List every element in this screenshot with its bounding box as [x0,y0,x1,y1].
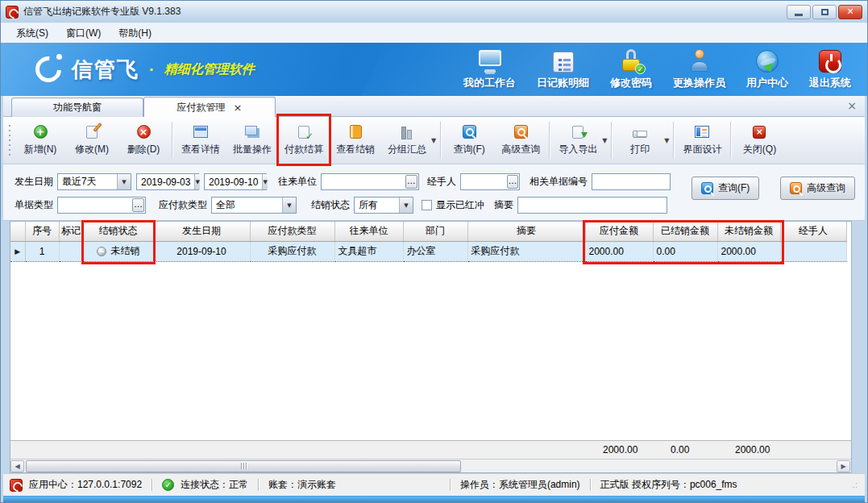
toolbar: + 新增(N) 修改(M) × 删除(D) 查看详情 批量操作 [3,117,865,164]
scroll-left-icon[interactable]: ◀ [10,460,24,472]
switch-operator-button[interactable]: 更换操作员 [673,48,725,90]
advanced-query-button[interactable]: 高级查询 [495,119,546,161]
statusbar-divider [258,479,259,491]
batch-operations-button[interactable]: 批量操作 [226,119,278,161]
search-blue-icon [701,182,713,194]
scrollbar-thumb[interactable] [26,460,461,472]
chevron-down-icon[interactable]: ▼ [194,174,199,189]
add-button[interactable]: + 新增(N) [15,119,66,161]
ellipsis-icon[interactable]: … [132,198,144,212]
menu-bar: 系统(S) 窗口(W) 帮助(H) [1,23,867,43]
monitor-icon [478,48,502,73]
ui-design-button[interactable]: 界面设计 [676,119,728,161]
chevron-down-icon[interactable]: ▼ [399,197,413,213]
workbench-button[interactable]: 我的工作台 [463,48,516,90]
total-settled: 0.00 [653,441,717,459]
journal-detail-button[interactable]: 日记账明细 [537,52,589,90]
col-handler[interactable]: 经手人 [780,222,846,241]
summary-label: 摘要 [494,198,513,212]
import-export-icon [570,125,586,139]
advanced-query-submit-button[interactable]: 高级查询 [780,177,855,200]
tabstrip-close-icon[interactable]: × [847,99,857,112]
unit-input[interactable]: … [321,173,419,190]
tab-function-nav[interactable]: 功能导航窗 [11,98,143,117]
ledger-icon [553,52,574,73]
close-red-icon: × [751,125,767,139]
date-preset-select[interactable]: 最近7天 ▼ [57,173,131,190]
brand-dot: · [149,60,155,79]
payment-settle-button[interactable]: ✓ 付款结算 [278,119,330,161]
col-seq[interactable]: 序号 [25,222,59,241]
delete-button[interactable]: × 删除(D) [118,119,169,161]
col-mark[interactable]: 标记 [59,222,83,241]
col-payable[interactable]: 应付金额 [585,222,653,241]
paytype-label: 应付款类型 [159,198,207,212]
banner: 信管飞 · 精细化管理软件 我的工作台 日记账明细 ✓ 修改密码 更换操作员 [1,43,867,96]
toolbar-separator [730,122,731,159]
col-date[interactable]: 发生日期 [153,222,250,241]
checkbox-icon[interactable] [422,200,432,210]
search-blue-icon [461,125,477,139]
related-no-input[interactable] [592,173,671,190]
horizontal-scrollbar[interactable]: ◀ ▶ [10,459,851,472]
date-to-picker[interactable]: 2019-09-10 ▼ [204,173,267,190]
menu-help[interactable]: 帮助(H) [110,24,160,43]
tab-payables-management[interactable]: 应付款管理 × [143,97,276,117]
col-type[interactable]: 应付款类型 [250,222,334,241]
doctype-input[interactable]: … [57,197,146,214]
date-from-picker[interactable]: 2019-09-03 ▼ [136,173,199,190]
query-button[interactable]: 查询(F) [443,119,495,161]
close-tab-button[interactable]: × 关闭(Q) [733,119,785,161]
col-settle-status[interactable]: 结销状态 [83,222,153,241]
col-unsettled[interactable]: 未结销金额 [717,222,780,241]
minimize-button[interactable] [787,5,811,19]
col-settled[interactable]: 已结销金额 [653,222,717,241]
user-center-button[interactable]: 用户中心 [746,50,788,90]
statusbar-divider [152,479,152,491]
view-details-button[interactable]: 查看详情 [175,119,226,161]
show-reversed-checkbox[interactable]: 显示已红冲 [422,198,484,212]
paytype-select[interactable]: 全部 ▼ [211,197,297,214]
table-row[interactable]: ▶ 1 未结销 2019-09-10 采购应付款 文具超市 办公室 采购应付款 … [10,241,846,261]
search-orange-icon [790,182,802,194]
scroll-right-icon[interactable]: ▶ [837,460,850,472]
col-unit[interactable]: 往来单位 [334,222,403,241]
maximize-button[interactable] [812,5,837,19]
close-button[interactable]: ✕ [838,5,862,19]
handler-input[interactable]: … [460,173,520,190]
print-button[interactable]: 打印 [614,119,666,161]
ellipsis-icon[interactable]: … [405,175,418,189]
tab-strip: 功能导航窗 应付款管理 × × [3,96,865,117]
ellipsis-icon[interactable]: … [507,175,518,189]
settle-check-icon: ✓ [296,125,312,139]
toolbar-grip[interactable] [6,123,12,158]
total-unsettled: 2000.00 [717,441,780,459]
col-summary[interactable]: 摘要 [467,222,585,241]
add-icon: + [32,125,48,139]
menu-window[interactable]: 窗口(W) [57,24,110,43]
resize-grip-icon[interactable]: .: [852,480,858,489]
batch-icon [244,125,260,139]
summary-input[interactable] [517,197,667,214]
brand-logo: 信管飞 · 精细化管理软件 [33,54,255,85]
tab-close-icon[interactable]: × [234,102,243,114]
col-dept[interactable]: 部门 [403,222,467,241]
total-payable: 2000.00 [585,441,653,459]
cell-payable: 2000.00 [585,241,653,261]
change-password-button[interactable]: ✓ 修改密码 [610,48,652,90]
settle-status-select[interactable]: 所有 ▼ [354,197,413,214]
group-summary-button[interactable]: 分组汇总 [381,119,433,161]
related-no-label: 相关单据编号 [530,175,588,189]
chevron-down-icon[interactable]: ▼ [262,174,267,189]
chevron-down-icon[interactable]: ▼ [282,197,296,213]
exit-system-button[interactable]: 退出系统 [809,50,851,90]
cell-dept: 办公室 [403,241,467,261]
import-export-button[interactable]: 导入导出 [552,119,604,161]
menu-system[interactable]: 系统(S) [7,24,57,43]
connection-ok-icon: ✓ [162,479,174,491]
view-settlement-button[interactable]: 查看结销 [330,119,381,161]
query-submit-button[interactable]: 查询(F) [691,177,759,200]
edit-icon [84,125,100,139]
chevron-down-icon[interactable]: ▼ [117,174,131,189]
edit-button[interactable]: 修改(M) [66,119,118,161]
